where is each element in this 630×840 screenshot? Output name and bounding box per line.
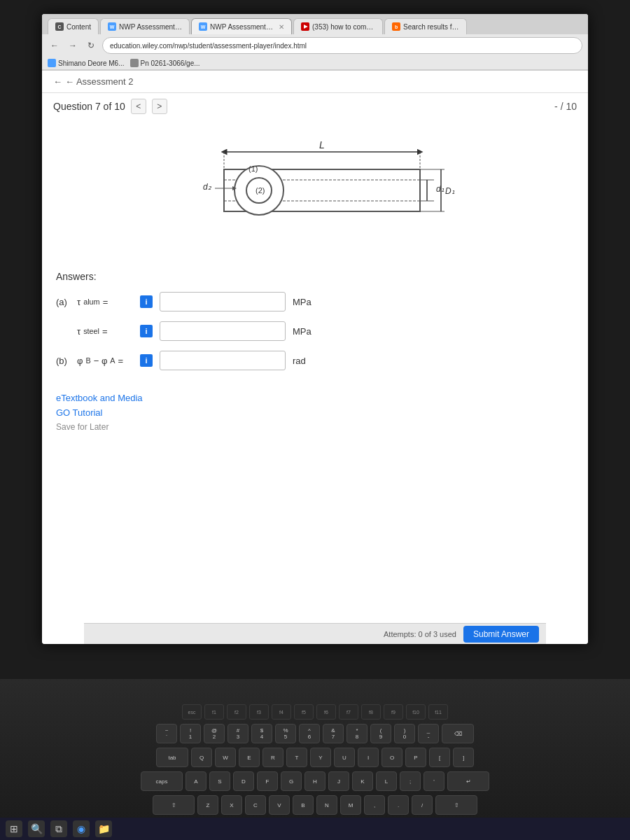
key-g[interactable]: G <box>281 771 302 791</box>
phi-input[interactable] <box>160 351 286 370</box>
key-8[interactable]: *8 <box>346 724 368 743</box>
key-n[interactable]: N <box>316 795 337 815</box>
tab-content[interactable]: C Content <box>48 18 99 34</box>
qwerty-row: tab Q W E R T Y U I O P [ ] <box>0 746 630 769</box>
key-h[interactable]: H <box>304 771 326 791</box>
key-enter[interactable]: ↵ <box>447 771 489 791</box>
tau-alum-input[interactable] <box>160 292 286 312</box>
fn-key-f5[interactable]: f5 <box>294 704 314 720</box>
key-6[interactable]: ^6 <box>299 724 320 743</box>
answers-section: Answers: (a) τalum = i MPa τsteel = i MP <box>42 264 588 387</box>
etextbook-link[interactable]: eTextbook and Media <box>56 393 574 403</box>
taskbar-edge-button[interactable]: ◉ <box>73 820 90 837</box>
key-bracket-open[interactable]: [ <box>429 748 450 767</box>
bookmark-shimano[interactable]: Shimano Deore M6... <box>48 59 125 67</box>
key-z[interactable]: Z <box>197 795 218 815</box>
back-to-assessment-link[interactable]: ← ← Assessment 2 <box>53 76 134 87</box>
tab-nwp-player[interactable]: W NWP Assessment Player ✕ <box>191 18 292 34</box>
key-bracket-close[interactable]: ] <box>453 748 474 767</box>
key-o[interactable]: O <box>382 748 402 767</box>
part-a-label: (a) <box>56 297 70 307</box>
prev-question-button[interactable]: < <box>131 99 146 114</box>
fn-key-f11[interactable]: f11 <box>428 704 448 720</box>
key-5[interactable]: %5 <box>275 724 296 743</box>
go-tutorial-link[interactable]: GO Tutorial <box>56 407 574 418</box>
key-4[interactable]: $4 <box>251 724 272 743</box>
fn-key-esc[interactable]: esc <box>182 704 202 720</box>
key-r[interactable]: R <box>262 748 284 767</box>
phi-info-button[interactable]: i <box>140 354 153 367</box>
key-7[interactable]: &7 <box>323 724 344 743</box>
key-2[interactable]: @2 <box>204 724 225 743</box>
refresh-button[interactable]: ↻ <box>84 38 98 52</box>
key-f[interactable]: F <box>257 771 278 791</box>
attempts-label: Attempts: 0 of 3 used <box>384 630 456 638</box>
key-0[interactable]: )0 <box>394 724 415 743</box>
taskbar-explorer-button[interactable]: 📁 <box>95 820 112 837</box>
D1-label: D₁ <box>445 186 455 196</box>
screen: C Content W NWP Assessment Builder W NWP… <box>42 14 588 644</box>
taskbar-taskview-button[interactable]: ⧉ <box>50 820 67 837</box>
fn-key-f4[interactable]: f4 <box>272 704 291 720</box>
tab-nwp-player-close[interactable]: ✕ <box>279 23 284 31</box>
key-p[interactable]: P <box>405 748 426 767</box>
key-u[interactable]: U <box>334 748 355 767</box>
fn-key-f10[interactable]: f10 <box>406 704 426 720</box>
key-s[interactable]: S <box>209 771 230 791</box>
key-q[interactable]: Q <box>191 748 212 767</box>
key-c[interactable]: C <box>245 795 266 815</box>
taskbar-windows-button[interactable]: ⊞ <box>6 820 22 837</box>
tab-how-to[interactable]: ▶ (353) how to compute fc <box>293 18 383 34</box>
key-m[interactable]: M <box>340 795 361 815</box>
bookmark-pn[interactable]: Pn 0261-3066/ge... <box>130 59 200 67</box>
key-w[interactable]: W <box>215 748 236 767</box>
tab-bing[interactable]: b Search results for A... <box>384 18 467 34</box>
fn-key-f1[interactable]: f1 <box>204 704 224 720</box>
forward-button[interactable]: → <box>66 38 80 52</box>
key-v[interactable]: V <box>269 795 290 815</box>
key-d[interactable]: D <box>233 771 254 791</box>
fn-key-f7[interactable]: f7 <box>339 704 358 720</box>
tau-steel-info-button[interactable]: i <box>140 325 153 337</box>
save-later-link[interactable]: Save for Later <box>56 422 574 432</box>
tau-alum-info-button[interactable]: i <box>140 295 153 308</box>
key-comma[interactable]: , <box>364 795 385 815</box>
key-y[interactable]: Y <box>310 748 331 767</box>
key-e[interactable]: E <box>239 748 260 767</box>
submit-button[interactable]: Submit Answer <box>463 626 539 643</box>
d2-label: d₂ <box>203 182 212 192</box>
key-l[interactable]: L <box>376 771 397 791</box>
key-period[interactable]: . <box>388 795 409 815</box>
key-3[interactable]: #3 <box>227 724 248 743</box>
fn-key-f6[interactable]: f6 <box>316 704 336 720</box>
key-quote[interactable]: ' <box>424 771 444 791</box>
tab-nwp-builder[interactable]: W NWP Assessment Builder <box>100 18 190 34</box>
key-tab[interactable]: tab <box>156 748 188 767</box>
key-9[interactable]: (9 <box>370 724 391 743</box>
taskbar-search-button[interactable]: 🔍 <box>28 820 45 837</box>
key-semicolon[interactable]: ; <box>400 771 421 791</box>
key-caps[interactable]: caps <box>141 771 183 791</box>
fn-key-f2[interactable]: f2 <box>227 704 246 720</box>
tau-steel-input[interactable] <box>160 321 286 341</box>
key-shift-right[interactable]: ⇧ <box>435 795 477 815</box>
fn-key-f9[interactable]: f9 <box>384 704 403 720</box>
fn-key-f8[interactable]: f8 <box>361 704 381 720</box>
fn-key-f3[interactable]: f3 <box>249 704 269 720</box>
key-x[interactable]: X <box>221 795 242 815</box>
key-t[interactable]: T <box>286 748 307 767</box>
back-button[interactable]: ← <box>48 38 62 52</box>
key-shift-left[interactable]: ⇧ <box>153 795 195 815</box>
key-i[interactable]: I <box>358 748 379 767</box>
address-input[interactable] <box>102 37 582 54</box>
key-minus[interactable]: _- <box>418 724 439 743</box>
key-a[interactable]: A <box>186 771 206 791</box>
key-b[interactable]: B <box>293 795 314 815</box>
key-j[interactable]: J <box>328 771 349 791</box>
key-slash[interactable]: / <box>412 795 433 815</box>
key-tilde[interactable]: ~` <box>156 724 177 743</box>
key-1[interactable]: !1 <box>180 724 201 743</box>
key-backspace[interactable]: ⌫ <box>442 724 474 743</box>
next-question-button[interactable]: > <box>152 99 167 114</box>
key-k[interactable]: K <box>352 771 373 791</box>
